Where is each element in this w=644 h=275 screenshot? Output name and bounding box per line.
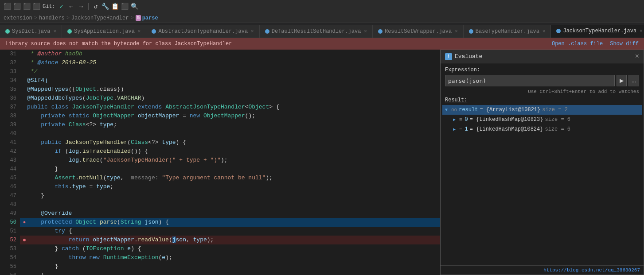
stop-icon[interactable]: ⬛	[121, 3, 129, 10]
evaluate-input-row: ▶ ...	[445, 75, 639, 86]
fold-45[interactable]	[22, 174, 27, 182]
fold-43[interactable]	[22, 156, 27, 165]
show-diff-link[interactable]: Show diff	[610, 41, 639, 47]
git-arrow1-icon[interactable]: ←	[68, 3, 75, 10]
evaluate-expand-button[interactable]: ...	[628, 75, 639, 86]
evaluate-header-left: ! Evaluate	[445, 53, 482, 60]
fold-46[interactable]	[22, 182, 27, 191]
git-label: Git:	[43, 4, 55, 10]
fold-55[interactable]	[22, 262, 27, 271]
tab-sysdict[interactable]: SysDict.java ×	[0, 25, 62, 38]
code-text-54: throw new RuntimeException(e);	[27, 253, 172, 262]
tab-label-sysdict: SysDict.java	[12, 28, 50, 35]
toolbar-icon-4[interactable]: ⬛	[33, 3, 40, 10]
tab-close-base[interactable]: ×	[543, 29, 546, 34]
fold-41[interactable]	[22, 138, 27, 147]
evaluate-hint: Use Ctrl+Shift+Enter to add to Watches	[441, 88, 644, 95]
fold-39[interactable]	[22, 120, 27, 129]
result-child-0-item[interactable]: ▶ ≡ 0 = {LinkedHashMap@10823} size = 6	[442, 115, 642, 124]
tab-close-abstract[interactable]: ×	[251, 29, 254, 34]
search-icon[interactable]: 🔍	[131, 3, 138, 10]
git-undo-icon[interactable]: ↺	[92, 3, 99, 10]
tab-label-base: BaseTypeHandler.java	[476, 28, 539, 35]
toolbar-icon-3[interactable]: ⬛	[23, 3, 30, 10]
fold-40[interactable]	[22, 129, 27, 138]
method-icon: m	[136, 15, 141, 21]
fold-32[interactable]	[22, 58, 27, 67]
tab-dot-sysdict	[5, 29, 10, 34]
tab-defaultresult[interactable]: DefaultResultSetHandler.java ×	[260, 25, 373, 38]
toolbar-icon-1[interactable]: ⬛	[4, 3, 11, 10]
evaluate-header: ! Evaluate ×	[441, 50, 644, 63]
result-child0-toggle[interactable]: ▶	[453, 117, 457, 122]
toolbar: ⬛ ⬛ ⬛ ⬛ Git: ✓ ← → ↺ 🔧 📋 ⬛ 🔍	[0, 0, 644, 13]
fold-42[interactable]	[22, 147, 27, 156]
code-text-32: * @since 2019-08-25	[27, 58, 96, 67]
code-text-51: try {	[27, 227, 72, 236]
result-root-key: result	[459, 107, 478, 113]
fold-37[interactable]	[22, 103, 27, 112]
fold-53[interactable]	[22, 244, 27, 253]
fold-54[interactable]	[22, 253, 27, 262]
code-editor[interactable]: * @author haoDb * @since 2019-08-25 */ @…	[20, 50, 644, 275]
code-text-45: Assert.notNull(type, message: "Type argu…	[27, 174, 273, 182]
evaluate-close-button[interactable]: ×	[635, 53, 639, 61]
tab-dot-base	[469, 29, 473, 34]
tab-dot-abstract	[152, 29, 156, 34]
fold-56[interactable]	[22, 271, 27, 275]
code-text-42: if (log.isTraceEnabled()) {	[27, 147, 148, 156]
toolbar-icon-2[interactable]: ⬛	[13, 3, 20, 10]
result-root-toggle[interactable]: ▼	[445, 108, 449, 112]
result-child1-toggle[interactable]: ▶	[453, 127, 457, 132]
fold-34[interactable]	[22, 76, 27, 85]
tab-close-default[interactable]: ×	[364, 29, 367, 34]
code-text-39: private Class<?> type;	[27, 120, 117, 129]
evaluate-expression-input[interactable]	[445, 75, 615, 86]
layout-icon[interactable]: 📋	[112, 3, 119, 10]
warning-bar: Library source does not match the byteco…	[0, 38, 644, 50]
fold-35[interactable]	[22, 85, 27, 94]
tab-dot-default	[265, 29, 269, 34]
fold-49[interactable]	[22, 209, 27, 218]
tab-sysapplication[interactable]: SysApplication.java ×	[62, 25, 146, 38]
fold-47[interactable]	[22, 191, 27, 200]
result-child-1-item[interactable]: ▶ ≡ 1 = {LinkedHashMap@10824} size = 6	[442, 124, 642, 134]
result-child0-key: 0	[465, 116, 468, 123]
main-layout: 3132333435 3637383940 4142434445 4647484…	[0, 50, 644, 275]
breadcrumb-method[interactable]: parse	[142, 15, 158, 21]
breadcrumb-extension[interactable]: extension	[4, 15, 32, 21]
tab-abstractjson[interactable]: AbstractJsonTypeHandler.java ×	[146, 25, 259, 38]
fold-44[interactable]	[22, 165, 27, 174]
fold-33[interactable]	[22, 67, 27, 76]
breadcrumb-class[interactable]: JacksonTypeHandler	[71, 15, 129, 21]
fold-36[interactable]	[22, 94, 27, 103]
code-text-53: } catch (IOException e) {	[27, 244, 141, 253]
tab-close-sysdict[interactable]: ×	[53, 29, 56, 34]
fold-31[interactable]	[22, 50, 27, 58]
warning-message: Library source does not match the byteco…	[5, 41, 232, 47]
result-root-item[interactable]: ▼ oo result = {ArrayList@10821} size = 2	[442, 105, 642, 115]
settings-icon[interactable]: 🔧	[102, 3, 109, 10]
fold-38[interactable]	[22, 112, 27, 120]
git-arrow2-icon[interactable]: →	[78, 3, 85, 10]
tab-dot-wrapper	[378, 29, 382, 34]
breadcrumb-handlers[interactable]: handlers	[39, 15, 65, 21]
open-class-file-link[interactable]: Open .class file	[552, 41, 603, 47]
code-text-46: this.type = type;	[27, 182, 113, 191]
evaluate-run-button[interactable]: ▶	[617, 75, 627, 86]
evaluate-expression-label: Expression:	[445, 67, 639, 73]
evaluate-result-tree: ▼ oo result = {ArrayList@10821} size = 2…	[441, 105, 644, 265]
code-text-52: return objectMapper.readValue(json, type…	[27, 236, 214, 244]
result-child1-meta: size = 6	[545, 126, 570, 132]
tab-close-jackson[interactable]: ×	[640, 28, 643, 34]
git-check-icon[interactable]: ✓	[58, 3, 65, 10]
breadcrumb-sep-1: >	[34, 15, 37, 21]
fold-48[interactable]	[22, 200, 27, 209]
tab-resultsetwrapper[interactable]: ResultSetWrapper.java ×	[373, 25, 464, 38]
warning-actions: Open .class file Show diff	[552, 41, 639, 47]
fold-51[interactable]	[22, 227, 27, 236]
tab-jacksontypehandler[interactable]: JacksonTypeHandler.java ×	[551, 25, 644, 38]
tab-close-sysapp[interactable]: ×	[138, 29, 141, 34]
tab-close-wrapper[interactable]: ×	[455, 29, 458, 34]
tab-basetypehandler[interactable]: BaseTypeHandler.java ×	[464, 25, 551, 38]
